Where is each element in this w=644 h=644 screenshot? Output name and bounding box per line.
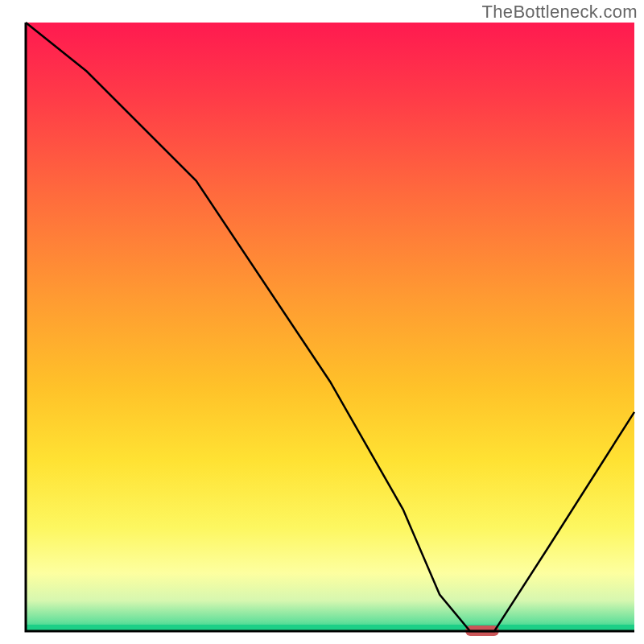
bottleneck-chart xyxy=(0,0,644,644)
chart-background xyxy=(26,23,634,631)
